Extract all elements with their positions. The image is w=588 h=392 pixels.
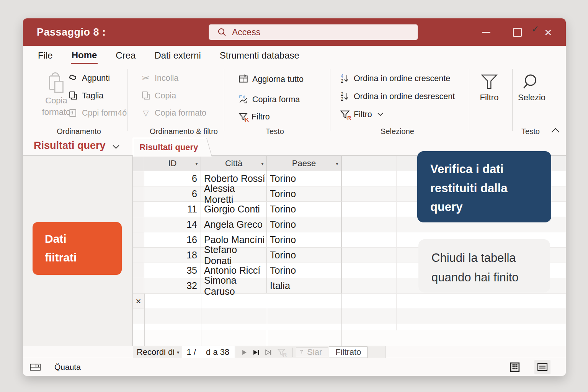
- record-selector[interactable]: [133, 248, 144, 263]
- record-selector[interactable]: [133, 202, 144, 217]
- column-dropdown-icon[interactable]: ▾: [336, 160, 338, 167]
- filter-icon: [480, 73, 498, 91]
- refresh-table-icon: [238, 74, 248, 84]
- search-small-icon: [299, 350, 305, 355]
- minimize-button[interactable]: [482, 28, 491, 37]
- column-header-paese[interactable]: Paese ▾: [267, 156, 341, 171]
- cell-paese[interactable]: Torino: [267, 263, 341, 278]
- nav-pane-title: Risultati query: [34, 140, 106, 152]
- cell-paese[interactable]: Torino: [267, 232, 341, 247]
- button-label: Copia: [155, 91, 176, 101]
- collapse-ribbon-icon[interactable]: [550, 126, 560, 135]
- button-label: Filtro: [354, 110, 372, 119]
- sort-descending-icon: 2 2: [340, 91, 350, 101]
- record-selector[interactable]: [133, 217, 144, 232]
- group-label-ordinamento-filtro: Ordinamento & filtro: [150, 127, 218, 136]
- cell-id[interactable]: 16: [144, 232, 201, 247]
- table-row[interactable]: 32Simona CarusoItalia: [133, 278, 341, 294]
- search-records-box[interactable]: Siar: [296, 347, 328, 357]
- cell-paese[interactable]: Torino: [267, 171, 341, 186]
- tab-risultati-query[interactable]: Risultati query: [133, 138, 204, 157]
- search-icon: [523, 73, 541, 91]
- query-results-table: ID ▾ Città ▾ Paese ▾ 6Roberto RossíTorin…: [133, 156, 341, 309]
- cell-paese[interactable]: Torino: [267, 186, 341, 201]
- copira-forma-button[interactable]: Copira forma: [238, 94, 300, 105]
- menu-home[interactable]: Home: [71, 48, 98, 64]
- cell-id[interactable]: 6: [144, 186, 201, 201]
- agpunti-button[interactable]: Agpunti: [68, 72, 110, 84]
- next-record-icon[interactable]: [241, 349, 248, 356]
- select-all-cell[interactable]: [133, 156, 144, 171]
- nav-pane-heading[interactable]: Risultati query: [34, 140, 119, 152]
- copia-button[interactable]: Copia: [141, 90, 176, 101]
- svg-text:2: 2: [341, 91, 343, 97]
- cell-id[interactable]: 6: [144, 171, 201, 186]
- column-label: Paese: [292, 158, 316, 168]
- cell-id[interactable]: 11: [144, 202, 201, 217]
- new-record-icon[interactable]: [265, 349, 272, 356]
- column-dropdown-icon[interactable]: ▾: [261, 160, 264, 167]
- cell-citta[interactable]: Alessia Moretti: [201, 186, 267, 201]
- cppi-form-button[interactable]: Cppi form4ó: [68, 107, 127, 119]
- menu-crea[interactable]: Crea: [115, 49, 136, 63]
- last-record-icon[interactable]: [253, 349, 260, 356]
- column-header-citta[interactable]: Città ▾: [201, 156, 267, 171]
- cell-paese[interactable]: Torino: [267, 202, 341, 217]
- record-selector[interactable]: [133, 263, 144, 278]
- dati-filtrati-callout: Dati fiitrati: [33, 222, 122, 275]
- menu-dati-externi[interactable]: Dati externi: [154, 49, 201, 63]
- taglia-button[interactable]: Taglia: [68, 90, 103, 101]
- cell-id[interactable]: 18: [144, 248, 201, 263]
- filter-letter: R: [347, 115, 351, 121]
- datasheet-view-button[interactable]: [507, 360, 523, 374]
- menu-strumenti-database[interactable]: Strumenti database: [219, 49, 300, 63]
- cell-citta[interactable]: Angela Greco: [201, 217, 267, 232]
- cell-id[interactable]: 35: [144, 263, 201, 278]
- cell-paese[interactable]: Torino: [267, 248, 341, 263]
- menu-file[interactable]: File: [37, 49, 54, 63]
- search-box[interactable]: Access: [209, 24, 418, 40]
- incolla-button[interactable]: ✂ Incolla: [141, 72, 178, 84]
- table-row[interactable]: 11Giorgio ContiTorino: [133, 202, 341, 217]
- filtro-r-button[interactable]: R Filtro: [340, 109, 383, 120]
- filtro-k-button[interactable]: K Filtro: [238, 111, 270, 122]
- cell-citta[interactable]: Simona Caruso: [201, 278, 267, 293]
- svg-text:2: 2: [341, 78, 343, 84]
- record-nav-dropdown-icon[interactable]: ▾: [177, 350, 180, 355]
- record-selector[interactable]: [133, 186, 144, 201]
- clipboard-icon: [68, 108, 78, 118]
- filtro-big-button[interactable]: Filtro: [475, 73, 503, 103]
- cell-citta[interactable]: Stefano Donati: [201, 248, 267, 263]
- column-dropdown-icon[interactable]: ▾: [195, 160, 198, 167]
- maximize-button[interactable]: [513, 28, 522, 37]
- column-header-id[interactable]: ID ▾: [144, 156, 201, 171]
- cell-id[interactable]: 32: [144, 278, 201, 293]
- selezio-button[interactable]: Selezio: [518, 73, 546, 103]
- ribbon-divider: [224, 69, 224, 131]
- button-label: Agpunti: [82, 74, 110, 83]
- record-selector[interactable]: [133, 171, 144, 186]
- new-record-marker[interactable]: ×: [133, 294, 144, 309]
- table-row[interactable]: 6Alessia MorettiTorino: [133, 186, 341, 202]
- sort-ascending-button[interactable]: 4 2 Ordina in ordine crescente: [340, 73, 450, 84]
- tab-label: Risultati query: [140, 142, 198, 152]
- filter-letter: K: [245, 117, 249, 123]
- navigation-pane: Dati fiitrati: [23, 156, 133, 346]
- record-selector[interactable]: [133, 278, 144, 293]
- cell-citta[interactable]: Giorgio Conti: [201, 202, 267, 217]
- cell-id[interactable]: 14: [144, 217, 201, 232]
- table-row[interactable]: 18Stefano DonatiTorino: [133, 248, 341, 263]
- table-row[interactable]: 14Angela GrecoTorino: [133, 217, 341, 232]
- sort-descending-button[interactable]: 2 2 Ordina in ordine desrescent: [340, 91, 455, 102]
- cell-paese[interactable]: Torino: [267, 217, 341, 232]
- record-position-box[interactable]: 1 / d a 38: [182, 346, 235, 358]
- filtered-state-button[interactable]: Filtrato: [329, 346, 368, 358]
- aggiorna-tutto-button[interactable]: Aggiorna tutto: [238, 74, 304, 85]
- design-view-button[interactable]: [534, 360, 550, 374]
- button-label: Ordina in ordine crescente: [354, 74, 450, 83]
- cell-paese[interactable]: Italia: [267, 278, 341, 293]
- record-selector[interactable]: [133, 232, 144, 247]
- group-label-testo: Testo: [266, 127, 284, 136]
- copia-formato-button[interactable]: ▽ Copia formato: [141, 107, 206, 119]
- close-button[interactable]: ×: [544, 28, 553, 37]
